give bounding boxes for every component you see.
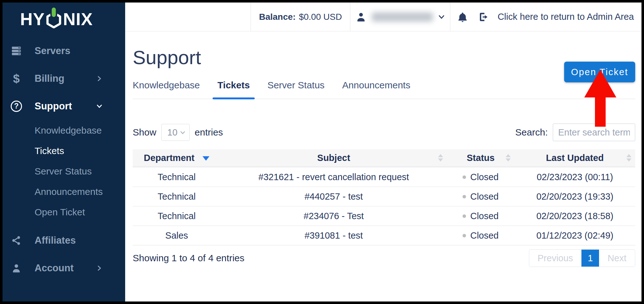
- sidebar-subitem-tickets[interactable]: Tickets: [3, 141, 125, 161]
- ticket-department: Sales: [133, 230, 221, 241]
- sidebar-subitem-open-ticket[interactable]: Open Ticket: [3, 202, 125, 222]
- ticket-last-updated: 02/23/2023 (00:11): [514, 172, 635, 182]
- table-toolbar: Show 10 entries Search:: [133, 124, 635, 141]
- table-footer: Showing 1 to 4 of 4 entries Previous 1 N…: [133, 249, 635, 267]
- brand-logo-hexagon-icon: [45, 8, 62, 28]
- ticket-subject-link[interactable]: #234076 - Test: [221, 211, 447, 221]
- table-row[interactable]: Sales #391081 - test Closed 01/12/2023 (…: [133, 225, 635, 245]
- person-icon: [355, 11, 367, 23]
- chevron-right-icon: [96, 75, 103, 82]
- tabs: Knowledgebase Tickets Server Status Anno…: [133, 80, 635, 99]
- sidebar-nav: Servers Billing Support Knowledgebase Ti…: [3, 37, 125, 282]
- status-text: Closed: [470, 191, 498, 202]
- user-menu[interactable]: [350, 3, 450, 31]
- table-header-row: Department Subject Status Last Updated: [133, 149, 635, 167]
- show-label: Show: [133, 127, 156, 138]
- column-label: Department: [144, 153, 194, 163]
- ticket-department: Technical: [133, 211, 221, 221]
- pagination: Previous 1 Next: [529, 249, 635, 267]
- sidebar-subitem-server-status[interactable]: Server Status: [3, 161, 125, 181]
- ticket-last-updated: 02/20/2023 (18:58): [514, 211, 635, 221]
- search-control: Search:: [515, 124, 635, 141]
- help-circle-icon: [3, 101, 30, 112]
- table-row[interactable]: Technical #321621 - revert cancellation …: [133, 167, 635, 186]
- sidebar-item-label: Affiliates: [35, 235, 76, 246]
- column-header-department[interactable]: Department: [133, 149, 221, 166]
- brand-logo-text-left: HY: [20, 11, 45, 28]
- sidebar-item-label: Account: [35, 263, 74, 274]
- sidebar-item-label: Support: [35, 101, 72, 112]
- tab-announcements[interactable]: Announcements: [337, 80, 415, 99]
- sidebar-item-support[interactable]: Support: [3, 92, 125, 120]
- page-title: Support: [133, 46, 635, 69]
- pagination-next[interactable]: Next: [599, 250, 635, 267]
- person-icon: [3, 263, 30, 274]
- tickets-table: Department Subject Status Last Updated: [133, 149, 635, 246]
- user-name-redacted: [372, 12, 433, 22]
- status-text: Closed: [470, 172, 498, 182]
- status-dot-icon: [463, 214, 466, 218]
- entries-summary: Showing 1 to 4 of 4 entries: [133, 253, 244, 263]
- brand-logo-text-right: NIX: [63, 11, 93, 28]
- sort-desc-icon: [203, 156, 209, 161]
- sidebar-item-account[interactable]: Account: [3, 254, 125, 282]
- ticket-status: Closed: [447, 211, 515, 221]
- page-size-select[interactable]: 10: [161, 124, 190, 141]
- dollar-icon: [3, 72, 30, 86]
- pagination-page-1[interactable]: 1: [581, 250, 599, 267]
- chevron-down-icon: [180, 127, 186, 138]
- balance-display: Balance: $0.00 USD: [251, 3, 350, 31]
- ticket-status: Closed: [447, 191, 515, 202]
- notifications-bell-icon[interactable]: [457, 11, 468, 23]
- column-header-last-updated[interactable]: Last Updated: [514, 149, 635, 166]
- tab-knowledgebase[interactable]: Knowledgebase: [133, 80, 205, 99]
- search-label: Search:: [515, 127, 548, 138]
- search-input[interactable]: [553, 124, 635, 141]
- page-size-value: 10: [167, 127, 177, 138]
- return-to-admin-link[interactable]: Click here to return to Admin Area: [497, 12, 634, 22]
- sidebar-item-servers[interactable]: Servers: [3, 37, 125, 65]
- sort-icon: [506, 154, 511, 162]
- status-text: Closed: [470, 230, 498, 241]
- table-row[interactable]: Technical #234076 - Test Closed 02/20/20…: [133, 206, 635, 225]
- tab-tickets[interactable]: Tickets: [213, 80, 255, 99]
- sort-icon: [626, 154, 631, 162]
- sidebar-subitem-knowledgebase[interactable]: Knowledgebase: [3, 120, 125, 141]
- balance-value: $0.00 USD: [299, 12, 342, 22]
- chevron-down-icon: [438, 14, 445, 20]
- status-text: Closed: [470, 211, 498, 221]
- open-ticket-button[interactable]: Open Ticket: [564, 62, 635, 82]
- ticket-subject-link[interactable]: #321621 - revert cancellation request: [221, 172, 447, 182]
- sidebar-subitem-announcements[interactable]: Announcements: [3, 181, 125, 202]
- sidebar-item-affiliates[interactable]: Affiliates: [3, 227, 125, 254]
- balance-label: Balance:: [259, 12, 296, 22]
- ticket-department: Technical: [133, 172, 221, 182]
- ticket-department: Technical: [133, 191, 221, 202]
- support-page: Support Open Ticket Knowledgebase Ticket…: [125, 46, 641, 267]
- ticket-subject-link[interactable]: #391081 - test: [221, 230, 447, 241]
- logout-icon[interactable]: [478, 11, 489, 23]
- column-header-subject[interactable]: Subject: [221, 149, 447, 166]
- sort-icon: [438, 154, 443, 162]
- column-label: Last Updated: [546, 153, 604, 163]
- chevron-down-icon: [96, 103, 103, 109]
- share-icon: [3, 235, 30, 246]
- table-row[interactable]: Technical #440257 - test Closed 02/20/20…: [133, 186, 635, 206]
- sidebar-item-label: Billing: [35, 73, 64, 84]
- ticket-status: Closed: [447, 172, 515, 182]
- sidebar: HY NIX: [3, 3, 125, 301]
- status-dot-icon: [463, 175, 466, 179]
- status-dot-icon: [463, 234, 466, 237]
- column-label: Status: [467, 153, 495, 163]
- topbar-actions: Click here to return to Admin Area: [450, 3, 641, 31]
- brand-logo[interactable]: HY NIX: [20, 9, 125, 30]
- sidebar-item-billing[interactable]: Billing: [3, 65, 125, 92]
- entries-label: entries: [195, 127, 223, 138]
- servers-icon: [3, 46, 30, 56]
- column-label: Subject: [317, 153, 350, 163]
- page-size-control: Show 10 entries: [133, 124, 223, 141]
- ticket-subject-link[interactable]: #440257 - test: [221, 191, 447, 202]
- column-header-status[interactable]: Status: [447, 149, 515, 166]
- pagination-previous[interactable]: Previous: [529, 250, 582, 267]
- tab-server-status[interactable]: Server Status: [262, 80, 330, 99]
